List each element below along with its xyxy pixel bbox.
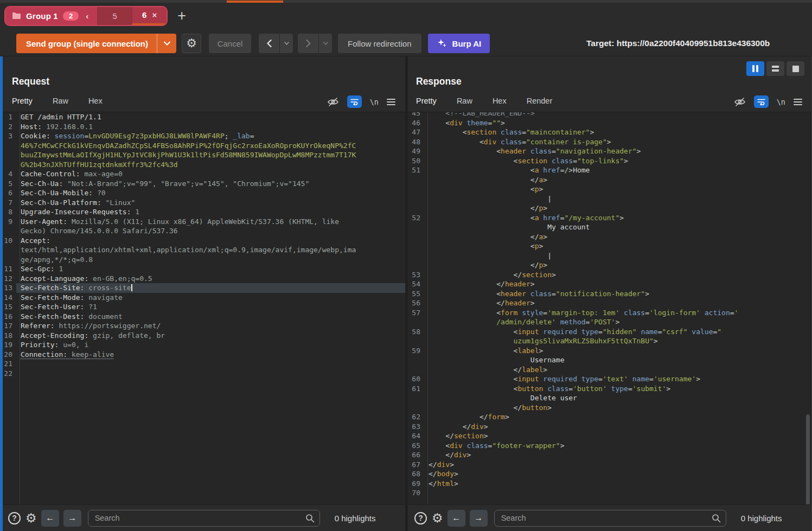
code-row[interactable]: 46 <div theme=""> <box>408 118 812 128</box>
editor-menu-icon[interactable] <box>794 99 802 105</box>
code-row[interactable]: 65 <div class="footer-wrapper"> <box>408 441 812 451</box>
code-row[interactable]: 18Accept-Encoding: gzip, deflate, br <box>0 331 405 341</box>
code-row[interactable]: 19Priority: u=0, i <box>0 340 405 350</box>
code-row[interactable]: 63 </div> <box>408 422 812 432</box>
hide-nonprintable-icon[interactable] <box>734 97 746 107</box>
code-row[interactable]: 66 </div> <box>408 450 812 460</box>
code-row[interactable]: <p> <box>408 184 812 194</box>
search-settings-gear-icon[interactable]: ⚙ <box>432 512 443 524</box>
code-row[interactable]: 64 </section> <box>408 431 812 441</box>
code-row[interactable]: 1GET /admin HTTP/1.1 <box>0 112 405 122</box>
code-row[interactable]: 50 <section class="top-links"> <box>408 156 812 166</box>
code-row[interactable]: 45 <!--LAB_HEADER_END--> <box>408 112 812 118</box>
code-row[interactable]: 3Cookie: session=LnvGDU9Esg7z3pxbHGJ8LWW… <box>0 131 405 141</box>
code-row[interactable]: 59 <label> <box>408 346 812 356</box>
layout-rows-button[interactable] <box>766 61 784 76</box>
code-row[interactable]: 21 <box>0 359 405 369</box>
help-icon[interactable]: ? <box>8 512 21 524</box>
search-next-button[interactable]: → <box>470 510 488 527</box>
add-tab-button[interactable]: + <box>177 9 186 23</box>
code-row[interactable]: uzum1gs5livaMxRLZSBuhxF5ttQxTnBU"> <box>408 336 812 346</box>
hide-nonprintable-icon[interactable] <box>327 97 339 107</box>
code-row[interactable]: 22 <box>0 369 405 379</box>
code-row[interactable]: 7Sec-Ch-Ua-Platform: "Linux" <box>0 198 405 208</box>
code-row[interactable]: 46%7cMCwCFCkG1kVEnqvDAZadhZCpSL4FBSo8AhR… <box>0 141 405 151</box>
code-row[interactable]: 68</body> <box>408 469 812 479</box>
tab-hex[interactable]: Hex <box>88 97 103 111</box>
layout-columns-button[interactable] <box>746 61 764 76</box>
code-row[interactable]: 11Sec-Gpc: 1 <box>0 264 405 274</box>
search-prev-button[interactable]: ← <box>447 510 465 527</box>
code-row[interactable]: 48 <div class="container is-page"> <box>408 137 812 147</box>
show-newlines-toggle[interactable]: \n <box>777 98 785 106</box>
search-next-button[interactable]: → <box>63 510 81 527</box>
vertical-scrollbar-thumb[interactable] <box>806 414 810 504</box>
code-row[interactable]: 12Accept-Language: en-GB,en;q=0.5 <box>0 274 405 284</box>
code-row[interactable]: <p> <box>408 241 812 251</box>
code-row[interactable]: text/html,application/xhtml+xml,applicat… <box>0 245 405 255</box>
code-row[interactable]: Gecko) Chrome/145.0.0.0 Safari/537.36 <box>0 226 405 236</box>
request-search-input[interactable] <box>88 510 320 527</box>
code-row[interactable]: 20Connection: keep-alive <box>0 350 405 360</box>
code-row[interactable]: Username <box>408 355 812 365</box>
code-row[interactable]: 4Cache-Control: max-age=0 <box>0 169 405 179</box>
tab-pretty[interactable]: Pretty <box>12 97 33 111</box>
word-wrap-toggle[interactable] <box>754 95 769 108</box>
forward-history-dropdown[interactable] <box>319 34 332 53</box>
code-row[interactable]: /admin/delete' method='POST'> <box>408 317 812 327</box>
code-row[interactable]: 10Accept: <box>0 236 405 246</box>
code-row[interactable]: 67</div> <box>408 460 812 470</box>
code-row[interactable]: </a> <box>408 175 812 185</box>
search-settings-gear-icon[interactable]: ⚙ <box>25 512 37 524</box>
repeater-tab-6[interactable]: 6× <box>132 7 167 25</box>
show-newlines-toggle[interactable]: \n <box>370 98 379 106</box>
tab-raw[interactable]: Raw <box>53 97 68 111</box>
code-row[interactable]: 17Referer: https://portswigger.net/ <box>0 321 405 331</box>
code-row[interactable]: 56 </header> <box>408 298 812 308</box>
code-row[interactable]: 62 </form> <box>408 412 812 422</box>
help-icon[interactable]: ? <box>414 512 427 524</box>
code-row[interactable]: 14Sec-Fetch-Mode: navigate <box>0 293 405 303</box>
send-options-dropdown[interactable] <box>157 34 176 53</box>
code-row[interactable]: 5Sec-Ch-Ua: "Not:A-Brand";v="99", "Brave… <box>0 179 405 189</box>
code-row[interactable]: 61 <button class='button' type='submit'> <box>408 384 812 394</box>
send-settings-button[interactable]: ⚙ <box>182 34 201 53</box>
code-row[interactable]: 53 </section> <box>408 270 812 280</box>
code-row[interactable]: 6Sec-Ch-Ua-Mobile: ?0 <box>0 188 405 198</box>
code-row[interactable]: 9User-Agent: Mozilla/5.0 (X11; Linux x86… <box>0 217 405 227</box>
code-row[interactable]: 49 <header class="navigation-header"> <box>408 146 812 156</box>
tab-raw[interactable]: Raw <box>457 97 472 111</box>
tab-hex[interactable]: Hex <box>493 97 507 111</box>
code-row[interactable]: ge/apng,*/*;q=0.8 <box>0 255 405 265</box>
code-row[interactable]: G%2b43nJXhTUffHU1zqtdnkmXffr3%2fc4%3d <box>0 160 405 170</box>
response-search-input[interactable] <box>494 510 726 527</box>
code-row[interactable]: 69</html> <box>408 479 812 489</box>
close-tab-icon[interactable]: × <box>152 10 157 20</box>
editor-menu-icon[interactable] <box>387 99 395 105</box>
code-row[interactable]: | <box>408 194 812 204</box>
code-row[interactable]: </label> <box>408 365 812 375</box>
code-row[interactable]: 60 <input required type='text' name='use… <box>408 374 812 384</box>
code-row[interactable]: 51 <a href=/>Home <box>408 165 812 175</box>
code-row[interactable]: </p> <box>408 260 812 270</box>
code-row[interactable]: 8Upgrade-Insecure-Requests: 1 <box>0 207 405 217</box>
code-row[interactable]: | <box>408 251 812 261</box>
word-wrap-toggle[interactable] <box>347 95 362 108</box>
layout-single-button[interactable] <box>787 61 804 76</box>
back-history-dropdown[interactable] <box>280 34 293 53</box>
tab-group-header[interactable]: Group 1 2 ‹ <box>5 7 97 25</box>
tab-pretty[interactable]: Pretty <box>416 97 437 111</box>
burp-ai-button[interactable]: Burp AI <box>428 34 490 53</box>
code-row[interactable]: 57 <form style='margin-top: 1em' class='… <box>408 308 812 318</box>
response-editor[interactable]: 45 <!--LAB_HEADER_END-->46 <div theme=""… <box>408 112 812 504</box>
code-row[interactable]: </a> <box>408 232 812 242</box>
code-row[interactable]: 15Sec-Fetch-User: ?1 <box>0 302 405 312</box>
code-row[interactable]: 16Sec-Fetch-Dest: document <box>0 312 405 322</box>
code-row[interactable]: 70 <box>408 488 812 498</box>
code-row[interactable]: 58 <input required type="hidden" name="c… <box>408 327 812 337</box>
request-editor[interactable]: 1GET /admin HTTP/1.12Host: 192.168.0.13C… <box>0 112 405 504</box>
forward-button[interactable] <box>298 34 318 53</box>
code-row[interactable]: </button> <box>408 403 812 413</box>
follow-redirection-button[interactable]: Follow redirection <box>338 34 421 53</box>
code-row[interactable]: 52 <a href="/my-account"> <box>408 213 812 223</box>
